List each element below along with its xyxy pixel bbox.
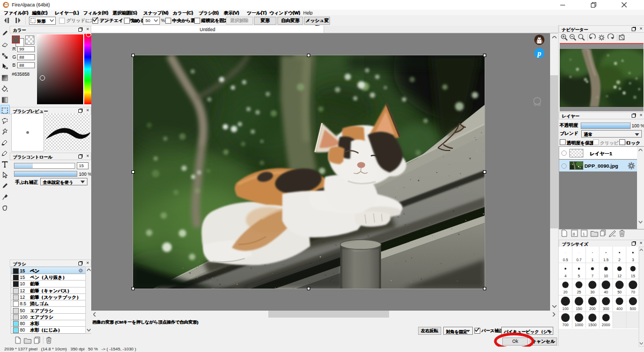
svg-text:2000: 2000 bbox=[602, 323, 610, 327]
svg-text:5: 5 bbox=[578, 274, 580, 278]
svg-text:0.7: 0.7 bbox=[576, 258, 582, 262]
svg-text:2: 2 bbox=[618, 258, 620, 262]
svg-text:15: 15 bbox=[631, 274, 635, 278]
svg-text:1000: 1000 bbox=[575, 323, 583, 327]
svg-text:700: 700 bbox=[562, 323, 569, 327]
svg-text:10: 10 bbox=[604, 274, 608, 278]
svg-text:1.5: 1.5 bbox=[603, 258, 609, 262]
svg-text:0.5: 0.5 bbox=[563, 258, 568, 262]
svg-text:30: 30 bbox=[590, 290, 595, 294]
svg-text:300: 300 bbox=[603, 307, 609, 311]
svg-text:20: 20 bbox=[564, 290, 568, 294]
svg-text:25: 25 bbox=[577, 290, 581, 294]
svg-text:7: 7 bbox=[591, 274, 594, 278]
svg-text:500: 500 bbox=[630, 307, 636, 311]
svg-text:100: 100 bbox=[562, 307, 569, 311]
svg-text:400: 400 bbox=[616, 307, 623, 311]
svg-text:1: 1 bbox=[591, 258, 594, 262]
svg-text:200: 200 bbox=[589, 307, 596, 311]
svg-text:40: 40 bbox=[604, 290, 608, 294]
svg-text:1: 1 bbox=[583, 232, 586, 236]
svg-text:8: 8 bbox=[573, 232, 575, 236]
svg-text:4: 4 bbox=[565, 274, 567, 278]
svg-text:12: 12 bbox=[617, 274, 621, 278]
svg-text:1500: 1500 bbox=[588, 323, 597, 327]
svg-text:p: p bbox=[537, 49, 541, 58]
svg-text:70: 70 bbox=[631, 290, 635, 294]
svg-text:150: 150 bbox=[576, 307, 582, 311]
svg-text:50: 50 bbox=[617, 290, 621, 294]
svg-text:3: 3 bbox=[632, 258, 634, 262]
